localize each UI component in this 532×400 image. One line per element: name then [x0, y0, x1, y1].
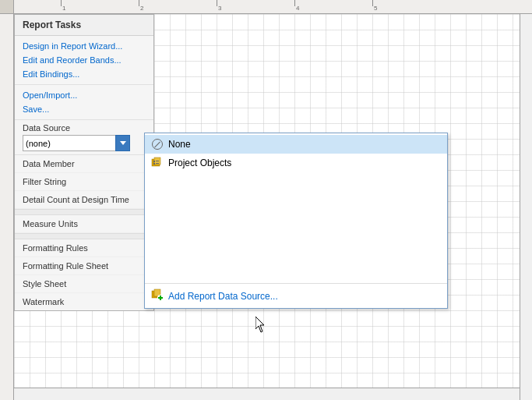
save-item[interactable]: Save...	[15, 102, 153, 116]
edit-bindings-item[interactable]: Edit Bindings...	[15, 67, 153, 81]
stylesheet-label: Style Sheet	[23, 279, 66, 288]
formattingrulesheet-label: Formatting Rule Sheet	[23, 261, 108, 271]
project-icon	[151, 157, 164, 169]
measureunits-row: Measure Units	[15, 215, 153, 233]
scrollbar-right[interactable]	[520, 14, 532, 400]
design-wizard-item[interactable]: Design in Report Wizard...	[15, 39, 153, 53]
add-datasource-svg-icon	[151, 288, 164, 301]
project-objects-icon	[151, 157, 164, 169]
datasource-input[interactable]	[23, 135, 116, 151]
ruler-top: 1 2 3 4 5	[0, 0, 532, 14]
svg-rect-4	[153, 163, 155, 165]
watermark-label: Watermark	[23, 297, 64, 306]
detailcount-row: Detail Count at Design Time	[15, 191, 153, 209]
section-gap-1	[15, 209, 153, 215]
section-gap-2	[15, 233, 153, 239]
svg-rect-5	[156, 163, 159, 164]
formattingrules-row: Formatting Rules	[15, 239, 153, 257]
add-datasource-link[interactable]: Add Report Data Source...	[168, 291, 278, 302]
filterstring-row: Filter String	[15, 173, 153, 191]
open-import-item[interactable]: Open/Import...	[15, 88, 153, 102]
none-circle-icon	[152, 139, 163, 150]
datamember-label: Data Member	[23, 159, 75, 168]
stylesheet-row: Style Sheet	[15, 275, 153, 293]
dropdown-item-none[interactable]: None	[145, 135, 447, 154]
dropdown-item-project-objects[interactable]: Project Objects	[145, 154, 447, 172]
tasks-panel: Report Tasks Design in Report Wizard... …	[14, 14, 154, 311]
datamember-row: Data Member	[15, 155, 153, 173]
none-icon	[151, 138, 164, 150]
ruler-corner	[0, 0, 14, 14]
scrollbar-bottom[interactable]	[14, 388, 520, 400]
dropdown-popup-inner: None Project Objects	[145, 133, 447, 283]
filterstring-label: Filter String	[23, 177, 66, 186]
add-datasource-icon	[151, 288, 164, 303]
svg-rect-10	[158, 297, 163, 299]
svg-rect-3	[156, 161, 159, 161]
detailcount-label: Detail Count at Design Time	[23, 195, 129, 204]
svg-rect-2	[153, 161, 155, 162]
tasks-design-section: Design in Report Wizard... Edit and Reor…	[15, 36, 153, 85]
tasks-file-section: Open/Import... Save...	[15, 85, 153, 120]
watermark-row: Watermark	[15, 293, 153, 310]
dropdown-item-none-label: None	[168, 139, 191, 150]
dropdown-item-project-objects-label: Project Objects	[168, 158, 231, 168]
datasource-control	[23, 135, 146, 151]
formattingrulesheet-row: Formatting Rule Sheet	[15, 257, 153, 275]
tasks-panel-header: Report Tasks	[15, 15, 153, 36]
measureunits-label: Measure Units	[23, 219, 78, 228]
edit-bands-item[interactable]: Edit and Reorder Bands...	[15, 53, 153, 67]
left-ruler	[0, 14, 14, 400]
datasource-dropdown-arrow	[120, 141, 126, 145]
datasource-label: Data Source	[23, 123, 146, 133]
datasource-row: Data Source	[15, 120, 153, 155]
add-datasource-footer[interactable]: Add Report Data Source...	[145, 283, 447, 308]
datasource-dropdown-btn[interactable]	[115, 135, 130, 151]
datasource-dropdown-popup: None Project Objects	[144, 133, 448, 309]
formattingrules-label: Formatting Rules	[23, 243, 88, 253]
ruler-marks: 1 2 3 4 5	[14, 0, 532, 13]
dropdown-popup-spacer	[145, 172, 447, 281]
